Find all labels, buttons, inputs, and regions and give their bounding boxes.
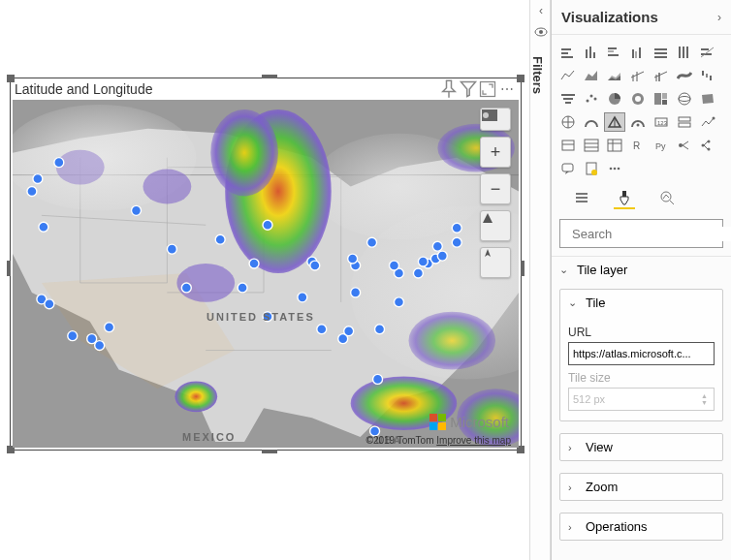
filters-eye-icon[interactable] (530, 21, 552, 43)
viz-multi-row-card[interactable] (674, 112, 695, 132)
resize-handle[interactable] (262, 450, 277, 453)
viz-python[interactable]: Py (651, 136, 672, 155)
format-tab-icon[interactable] (614, 188, 635, 209)
viz-key-influencers[interactable] (674, 136, 695, 155)
card-tile-header[interactable]: ⌄ Tile (560, 290, 722, 316)
svg-rect-108 (679, 123, 690, 127)
spinner-arrows-icon: ▲▼ (701, 389, 713, 409)
azure-map-visual[interactable]: Latitude and Longitude ⋯ (10, 78, 522, 451)
viz-line-clustered-col[interactable] (651, 66, 672, 85)
viz-kpi[interactable] (697, 112, 718, 132)
resize-handle[interactable] (521, 261, 524, 276)
expand-filters-icon[interactable]: ‹ (530, 0, 552, 21)
pitch-button[interactable] (480, 210, 511, 241)
viz-stacked-column[interactable] (581, 43, 602, 62)
svg-rect-65 (586, 49, 588, 58)
chevron-down-icon: ⌄ (559, 264, 573, 276)
map-attribution: ©2019 TomTom Improve this map (366, 435, 511, 446)
map-style-picker[interactable] (480, 108, 511, 131)
viz-stacked-bar[interactable] (557, 43, 579, 62)
viz-clustered-column[interactable] (627, 43, 649, 62)
svg-point-41 (344, 327, 354, 336)
viz-stacked-bar-line[interactable] (697, 43, 718, 62)
more-icon[interactable]: ⋯ (497, 79, 517, 99)
viz-decomposition[interactable] (697, 136, 718, 155)
svg-point-55 (432, 241, 442, 251)
viz-pie[interactable] (604, 89, 625, 109)
viz-donut[interactable] (627, 89, 649, 109)
resize-handle[interactable] (7, 261, 11, 276)
viz-arcgis[interactable] (627, 112, 649, 132)
svg-point-24 (95, 341, 105, 351)
card-operations-header[interactable]: › Operations (560, 513, 722, 540)
section-label: View (586, 440, 613, 454)
section-tile-layer[interactable]: ⌄ Tile layer (552, 256, 731, 283)
viz-stacked-area[interactable] (604, 66, 625, 85)
viz-slicer[interactable] (557, 136, 579, 155)
svg-rect-71 (632, 49, 634, 58)
svg-rect-133 (622, 191, 626, 197)
svg-rect-78 (683, 47, 684, 58)
svg-point-26 (132, 205, 142, 215)
format-search[interactable] (559, 219, 723, 248)
viz-clustered-bar[interactable] (604, 43, 625, 62)
fields-tab-icon[interactable] (571, 188, 592, 209)
viz-map[interactable] (674, 89, 695, 109)
tile-url-input[interactable] (568, 342, 715, 365)
zoom-out-button[interactable]: − (480, 173, 511, 204)
svg-rect-82 (632, 75, 634, 81)
viz-table[interactable] (581, 136, 602, 155)
viz-paginated[interactable] (581, 159, 602, 178)
viz-scatter[interactable] (581, 89, 602, 109)
svg-rect-62 (561, 48, 571, 50)
viz-card[interactable]: 123 (651, 112, 672, 132)
svg-rect-70 (608, 54, 619, 56)
map-view[interactable]: UNITED STATES MEXICO CUBA + − Microsoft … (13, 100, 519, 448)
viz-100-stacked-bar[interactable] (651, 43, 672, 62)
svg-point-126 (591, 170, 597, 175)
viz-shape-map[interactable] (557, 112, 579, 132)
svg-rect-110 (562, 140, 574, 150)
visual-title: Latitude and Longitude (15, 81, 439, 97)
svg-point-34 (298, 293, 307, 302)
zoom-in-button[interactable]: + (480, 137, 511, 168)
card-zoom: › Zoom (559, 473, 723, 501)
viz-area[interactable] (581, 66, 602, 85)
viz-more-icon[interactable] (604, 159, 625, 178)
viz-line[interactable] (557, 66, 579, 85)
viz-waterfall[interactable] (697, 66, 718, 85)
microsoft-label: Microsoft (450, 414, 509, 430)
resize-handle[interactable] (262, 75, 277, 78)
viz-line-stacked-col[interactable] (627, 66, 649, 85)
viz-ribbon[interactable] (674, 66, 695, 85)
chevron-right-icon: › (568, 442, 582, 453)
filter-icon[interactable] (459, 79, 478, 99)
card-view-header[interactable]: › View (560, 434, 722, 460)
compass-button[interactable] (480, 247, 511, 278)
resize-handle[interactable] (517, 75, 524, 82)
collapse-pane-icon[interactable]: › (717, 11, 721, 24)
viz-filled-map[interactable] (697, 89, 718, 109)
svg-point-42 (367, 237, 377, 247)
viz-treemap[interactable] (651, 89, 672, 109)
visualizations-header: Visualizations › (552, 0, 731, 35)
filters-pane-collapsed[interactable]: ‹ Filters (529, 0, 551, 560)
focus-icon[interactable] (478, 79, 497, 99)
viz-azure-map[interactable] (604, 112, 625, 132)
card-zoom-header[interactable]: › Zoom (560, 474, 722, 500)
viz-funnel[interactable] (557, 89, 579, 109)
viz-matrix[interactable] (604, 136, 625, 155)
svg-point-92 (587, 100, 589, 103)
improve-map-link[interactable]: Improve this map (436, 435, 511, 446)
pin-icon[interactable] (439, 79, 459, 99)
viz-r[interactable]: R (627, 136, 649, 155)
viz-100-stacked-column[interactable] (674, 43, 695, 62)
viz-qa[interactable] (557, 159, 579, 178)
viz-gauge[interactable] (581, 112, 602, 132)
analytics-tab-icon[interactable] (656, 188, 678, 209)
resize-handle[interactable] (7, 75, 15, 82)
search-input[interactable] (572, 227, 731, 241)
section-label: Tile layer (577, 263, 627, 277)
card-tile: ⌄ Tile URL Tile size ▲▼ (559, 289, 723, 421)
tile-size-label: Tile size (568, 371, 715, 385)
